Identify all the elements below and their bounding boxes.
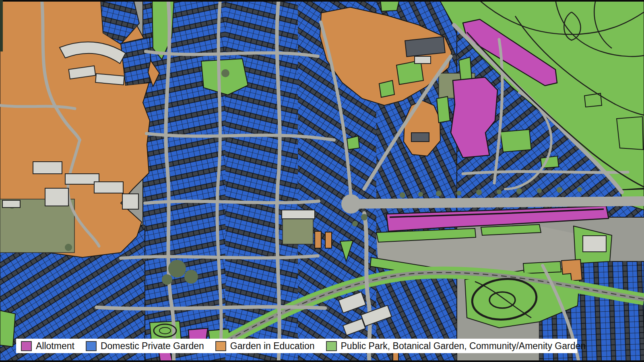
legend-item-garden-in-education: Garden in Education [215, 341, 315, 351]
legend-item-public-park: Public Park, Botanical Garden, Community… [326, 341, 586, 351]
allotment-label: Allotment [36, 341, 74, 351]
map-viewport: Allotment Domestic Private Garden Garden… [0, 0, 644, 362]
allotment-swatch [21, 341, 32, 351]
left-edge-strip [0, 0, 3, 51]
bottom-edge [0, 360, 644, 362]
public-park-label: Public Park, Botanical Garden, Community… [341, 341, 586, 351]
domestic-private-garden-label: Domestic Private Garden [101, 341, 204, 351]
top-edge [0, 0, 644, 2]
garden-in-education-label: Garden in Education [230, 341, 315, 351]
garden-in-education-swatch [215, 341, 226, 351]
legend-item-allotment: Allotment [21, 341, 74, 351]
school-pitch [283, 218, 313, 244]
map-legend: Allotment Domestic Private Garden Garden… [16, 339, 577, 353]
legend-item-domestic-private-garden: Domestic Private Garden [86, 341, 204, 351]
domestic-private-garden-swatch [86, 341, 97, 351]
public-park-swatch [326, 341, 337, 351]
land-use-map-canvas[interactable] [0, 0, 644, 362]
